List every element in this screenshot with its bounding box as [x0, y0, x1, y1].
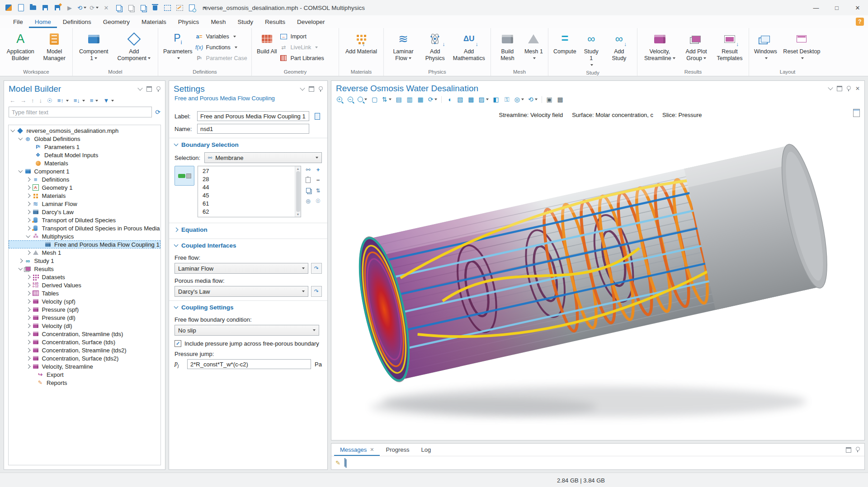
name-input[interactable]: nsd1 — [197, 124, 309, 134]
active-toggle-button[interactable] — [175, 166, 194, 186]
free-flow-combo[interactable]: Laminar Flow — [175, 263, 308, 274]
snapshot-icon[interactable]: ▣ — [546, 96, 553, 103]
save-as-icon[interactable] — [53, 4, 61, 12]
tree-item-darcys-law[interactable]: Darcy's Law — [9, 208, 160, 216]
run-icon[interactable]: ▶ — [66, 4, 74, 12]
move-up-icon[interactable]: ↑ — [31, 97, 34, 104]
boundary-entry[interactable]: 28 — [203, 176, 294, 184]
tree-item-results[interactable]: Results — [9, 265, 160, 273]
close-tab-icon[interactable]: ✕ — [370, 447, 374, 453]
view-xz-icon[interactable]: ▦ — [417, 96, 424, 103]
plot-settings-icon[interactable]: ▨ — [478, 96, 488, 103]
float-panel-icon[interactable] — [309, 86, 314, 92]
zoom-box-icon[interactable]: ▢ — [371, 96, 378, 103]
tab-mesh[interactable]: Mesh — [205, 15, 231, 28]
redo-icon[interactable]: ⟳ — [90, 4, 98, 12]
boundary-condition-combo[interactable]: No slip — [175, 325, 319, 336]
build-mesh-button[interactable]: Build Mesh — [493, 29, 522, 63]
tree-item-default-model-inputs[interactable]: ❖Default Model Inputs — [9, 151, 160, 159]
boundary-entry[interactable]: 27 — [203, 168, 294, 176]
boundary-entry[interactable]: 61 — [203, 200, 294, 208]
zoom-out-icon[interactable]: − — [347, 96, 354, 103]
tab-log[interactable]: Log — [415, 444, 437, 456]
pressure-jump-checkbox[interactable]: ✓ — [175, 340, 181, 347]
panel-menu-icon[interactable] — [137, 85, 142, 90]
go-to-source-icon[interactable]: ↷ — [311, 286, 322, 297]
tree-filter-input[interactable]: Type filter text — [9, 107, 152, 117]
tree-item-study-1[interactable]: ∞Study 1 — [9, 257, 160, 265]
pressure-jump-input[interactable]: 2*R_const*T_w*(c-c2) — [187, 359, 311, 369]
close-button[interactable]: ✕ — [847, 0, 868, 15]
undo-icon[interactable]: ⟲ — [78, 4, 86, 12]
tab-results[interactable]: Results — [259, 15, 291, 28]
windows-button[interactable]: Windows — [751, 29, 780, 63]
maximize-button[interactable]: □ — [826, 0, 847, 15]
tree-item-datasets[interactable]: Datasets — [9, 273, 160, 281]
tab-developer[interactable]: Developer — [291, 15, 331, 28]
tab-file[interactable]: File — [7, 15, 29, 28]
tab-progress[interactable]: Progress — [380, 444, 415, 456]
tab-physics[interactable]: Physics — [172, 15, 205, 28]
copy-icon[interactable] — [114, 4, 123, 12]
tree-item-multiphysics[interactable]: ⁂Multiphysics — [9, 232, 160, 240]
tree-item-free-porous-coupling[interactable]: Free and Porous Media Flow Coupling 1 — [9, 240, 160, 248]
lock-view-icon[interactable]: ⚿ — [504, 96, 510, 103]
float-panel-icon[interactable] — [837, 86, 842, 91]
tree-item-tables[interactable]: Tables — [9, 289, 160, 297]
show-selection-icon[interactable]: ☉ — [314, 197, 322, 205]
build-all-button[interactable]: Build All — [254, 29, 279, 56]
tree-item-tds[interactable]: Transport of Diluted Species — [9, 216, 160, 224]
section-boundary-selection[interactable]: Boundary Selection — [169, 138, 327, 151]
print-icon[interactable]: ▩ — [557, 96, 564, 103]
invert-selection-icon[interactable]: ⇅ — [314, 187, 322, 194]
tree-item-conc-streamline-tds2[interactable]: Concentration, Streamline (tds2) — [9, 346, 160, 354]
tree-item-derived-values[interactable]: 8.85e-12Derived Values — [9, 281, 160, 289]
reset-view-icon[interactable]: ⟳ — [428, 96, 438, 103]
zoom-in-icon[interactable]: + — [336, 96, 343, 103]
section-coupled-interfaces[interactable]: Coupled Interfaces — [169, 239, 327, 252]
tab-materials[interactable]: Materials — [136, 15, 172, 28]
desalination-3d-plot[interactable] — [334, 124, 862, 435]
clear-messages-icon[interactable]: ✎ — [335, 459, 340, 466]
tree-item-parameters[interactable]: PiParameters 1 — [9, 143, 160, 151]
section-equation[interactable]: Equation — [169, 223, 327, 236]
color-theme-icon[interactable]: ◧ — [493, 96, 500, 103]
filter-icon[interactable]: ▼ — [103, 97, 114, 104]
move-down-icon[interactable]: ↓ — [39, 97, 42, 104]
functions-button[interactable]: f(x) Functions — [195, 43, 247, 52]
panel-menu-icon[interactable] — [828, 85, 833, 90]
add-study-button[interactable]: ∞↓ Add Study — [604, 29, 635, 63]
add-physics-button[interactable]: ↓ Add Physics — [420, 29, 449, 63]
clear-selection-icon[interactable] — [175, 4, 184, 12]
laminar-flow-button[interactable]: ≋ Laminar Flow — [386, 29, 420, 63]
selection-combo[interactable]: ⚯ Membrane — [204, 152, 322, 163]
boundary-list[interactable]: 27 28 44 45 61 62 ▲▼ — [198, 166, 301, 217]
pin-panel-icon[interactable] — [156, 86, 160, 90]
delete-icon[interactable] — [151, 4, 159, 12]
select-box-icon[interactable] — [163, 4, 171, 12]
cut-icon[interactable]: ✕ — [102, 4, 110, 12]
import-button[interactable]: ← Import — [279, 32, 324, 41]
tree-item-component-1[interactable]: Component 1 — [9, 167, 160, 175]
add-component-button[interactable]: Add Component — [113, 29, 156, 63]
tree-item-reports[interactable]: ✎Reports — [9, 379, 160, 387]
add-mathematics-button[interactable]: ΔU↓ Add Mathematics — [449, 29, 488, 63]
plot-info-icon[interactable] — [853, 109, 860, 117]
add-plot-group-button[interactable]: Add Plot Group — [680, 29, 713, 63]
boundary-entry[interactable]: 62 — [203, 208, 294, 216]
tab-geometry[interactable]: Geometry — [97, 15, 136, 28]
tree-item-materials-global[interactable]: Materials — [9, 159, 160, 167]
parameter-case-button[interactable]: Pi Parameter Case — [195, 54, 247, 62]
tree-item-conc-surface-tds[interactable]: Concentration, Surface (tds) — [9, 338, 160, 346]
copy-messages-icon[interactable] — [344, 459, 345, 467]
float-panel-icon[interactable] — [846, 447, 851, 453]
add-material-button[interactable]: ↓ Add Material — [343, 29, 380, 56]
variables-button[interactable]: a= Variables — [195, 32, 247, 41]
tree-item-global-definitions[interactable]: ⊕Global Definitions — [9, 135, 160, 143]
pin-panel-icon[interactable] — [847, 86, 851, 90]
find-icon[interactable] — [188, 4, 196, 12]
tree-item-tds-porous[interactable]: Transport of Diluted Species in Porous M… — [9, 224, 160, 232]
expand-tree-icon[interactable]: ≡↑ — [57, 97, 69, 104]
tree-item-export[interactable]: ↪Export — [9, 370, 160, 379]
velocity-streamline-button[interactable]: Velocity, Streamline — [640, 29, 680, 63]
